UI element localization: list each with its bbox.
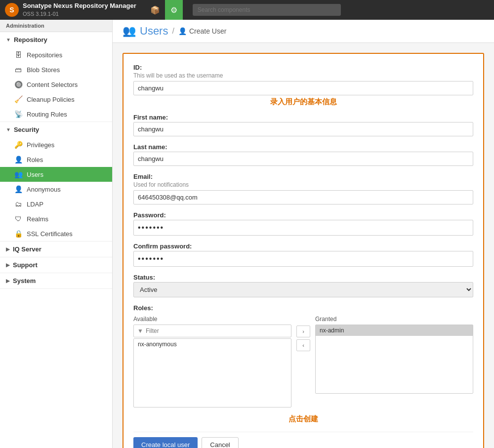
confirm-password-input[interactable] <box>133 251 473 267</box>
sidebar: Administration ▼ Repository 🗄 Repositori… <box>0 20 113 448</box>
section-repository: ▼ Repository 🗄 Repositories 🗃 Blob Store… <box>0 32 112 122</box>
sidebar-item-ssl-certificates[interactable]: 🔒 SSL Certificates <box>0 226 112 241</box>
search-area <box>193 4 341 16</box>
sidebar-item-repositories-label: Repositories <box>27 51 62 59</box>
section-security-header[interactable]: ▼ Security <box>0 122 112 137</box>
app-title: Sonatype Nexus Repository Manager OSS 3.… <box>23 2 136 17</box>
search-input[interactable] <box>193 4 341 16</box>
roles-columns: Available ▼ nx-anonymous › ‹ <box>133 316 473 407</box>
create-annotation: 点击创建 <box>133 414 473 424</box>
section-system-header[interactable]: ▶ System <box>0 273 112 288</box>
list-item[interactable]: nx-admin <box>316 325 473 336</box>
password-input[interactable] <box>133 220 473 236</box>
section-system-label: System <box>13 277 36 285</box>
sidebar-item-realms-label: Realms <box>27 215 48 223</box>
granted-roles-list: nx-admin <box>315 325 473 394</box>
page-header-icon: 👥 <box>123 25 136 38</box>
sidebar-item-routing-rules[interactable]: 📡 Routing Rules <box>0 107 112 122</box>
sidebar-item-routing-rules-label: Routing Rules <box>27 111 67 118</box>
content-selectors-icon: 🔘 <box>14 81 23 88</box>
admin-label: Administration <box>0 20 112 32</box>
email-field-group: Email: Used for notifications <box>133 173 473 204</box>
move-left-button[interactable]: ‹ <box>296 339 310 351</box>
lastname-label: Last name: <box>133 143 473 151</box>
email-label: Email: <box>133 173 473 180</box>
main-content: 👥 Users / 👤 Create User ID: This will be… <box>113 20 494 448</box>
main-layout: Administration ▼ Repository 🗄 Repositori… <box>0 20 494 448</box>
lastname-input[interactable] <box>133 152 473 166</box>
lastname-field-group: Last name: <box>133 143 473 166</box>
breadcrumb: 👤 Create User <box>178 27 226 35</box>
move-right-button[interactable]: › <box>296 326 310 337</box>
sidebar-item-cleanup-policies-label: Cleanup Policies <box>27 96 75 103</box>
sidebar-item-ssl-label: SSL Certificates <box>27 230 73 238</box>
sidebar-item-privileges-label: Privileges <box>27 141 54 149</box>
id-field-group: ID: This will be used as the username 录入… <box>133 64 473 107</box>
section-iq-header[interactable]: ▶ IQ Server <box>0 242 112 257</box>
roles-arrows: › ‹ <box>296 316 310 351</box>
id-hint: This will be used as the username <box>133 72 473 79</box>
filter-icon: ▼ <box>137 327 143 334</box>
chevron-right-icon-iq: ▶ <box>6 246 10 252</box>
form-buttons: Create local user Cancel <box>133 432 473 448</box>
sidebar-item-content-selectors[interactable]: 🔘 Content Selectors <box>0 77 112 92</box>
email-hint: Used for notifications <box>133 181 473 188</box>
available-roles-list: nx-anonymous <box>133 338 291 407</box>
sidebar-item-ldap[interactable]: 🗂 LDAP <box>0 197 112 211</box>
create-local-user-button[interactable]: Create local user <box>133 437 198 448</box>
list-item[interactable]: nx-anonymous <box>134 339 291 350</box>
section-repository-header[interactable]: ▼ Repository <box>0 32 112 47</box>
id-input[interactable] <box>133 81 473 95</box>
routing-rules-icon: 📡 <box>14 110 23 118</box>
section-security-label: Security <box>14 126 39 133</box>
id-label: ID: <box>133 64 473 71</box>
status-label: Status: <box>133 274 473 281</box>
firstname-field-group: First name: <box>133 114 473 136</box>
ssl-icon: 🔒 <box>14 230 23 238</box>
roles-label: Roles: <box>133 304 473 312</box>
email-input[interactable] <box>133 190 473 204</box>
section-support: ▶ Support <box>0 257 112 273</box>
section-iq-server: ▶ IQ Server <box>0 242 112 257</box>
sidebar-item-cleanup-policies[interactable]: 🧹 Cleanup Policies <box>0 92 112 107</box>
sidebar-item-blob-stores[interactable]: 🗃 Blob Stores <box>0 62 112 77</box>
granted-col: Granted nx-admin <box>315 316 473 394</box>
cancel-button[interactable]: Cancel <box>202 437 238 448</box>
logo-icon: S <box>5 3 19 17</box>
roles-filter-input[interactable] <box>133 325 291 337</box>
sidebar-item-ldap-label: LDAP <box>27 201 43 208</box>
blob-stores-icon: 🗃 <box>14 66 23 74</box>
create-user-form: ID: This will be used as the username 录入… <box>123 53 484 448</box>
sidebar-item-roles[interactable]: 👤 Roles <box>0 152 112 167</box>
section-security: ▼ Security 🔑 Privileges 👤 Roles 👥 Users … <box>0 122 112 242</box>
users-icon: 👥 <box>14 170 23 178</box>
granted-label: Granted <box>315 316 473 323</box>
available-label: Available <box>133 316 291 323</box>
admin-icon-btn[interactable]: ⚙ <box>165 0 183 20</box>
sidebar-item-realms[interactable]: 🛡 Realms <box>0 211 112 226</box>
available-col: Available ▼ nx-anonymous <box>133 316 291 407</box>
page-header: 👥 Users / 👤 Create User <box>113 20 494 43</box>
breadcrumb-label: Create User <box>189 27 226 35</box>
roles-icon: 👤 <box>14 156 23 163</box>
section-support-header[interactable]: ▶ Support <box>0 257 112 273</box>
sidebar-item-privileges[interactable]: 🔑 Privileges <box>0 137 112 152</box>
sidebar-item-anonymous-label: Anonymous <box>27 186 61 193</box>
section-iq-label: IQ Server <box>13 245 41 253</box>
sidebar-item-anonymous[interactable]: 👤 Anonymous <box>0 182 112 197</box>
breadcrumb-icon: 👤 <box>178 27 187 35</box>
topbar-icons: 📦 ⚙ <box>146 0 183 20</box>
realms-icon: 🛡 <box>14 215 23 223</box>
packages-icon-btn[interactable]: 📦 <box>146 0 164 20</box>
sidebar-item-roles-label: Roles <box>27 156 43 163</box>
sidebar-item-users-label: Users <box>27 171 43 178</box>
sidebar-item-users[interactable]: 👥 Users <box>0 167 112 182</box>
privileges-icon: 🔑 <box>14 141 23 149</box>
firstname-input[interactable] <box>133 122 473 136</box>
status-select[interactable]: Active <box>133 282 473 297</box>
sidebar-item-repositories[interactable]: 🗄 Repositories <box>0 47 112 62</box>
section-system: ▶ System <box>0 273 112 289</box>
roles-section: Roles: Available ▼ nx-anonymous <box>133 304 473 407</box>
password-field-group: Password: <box>133 211 473 236</box>
cleanup-policies-icon: 🧹 <box>14 95 23 103</box>
